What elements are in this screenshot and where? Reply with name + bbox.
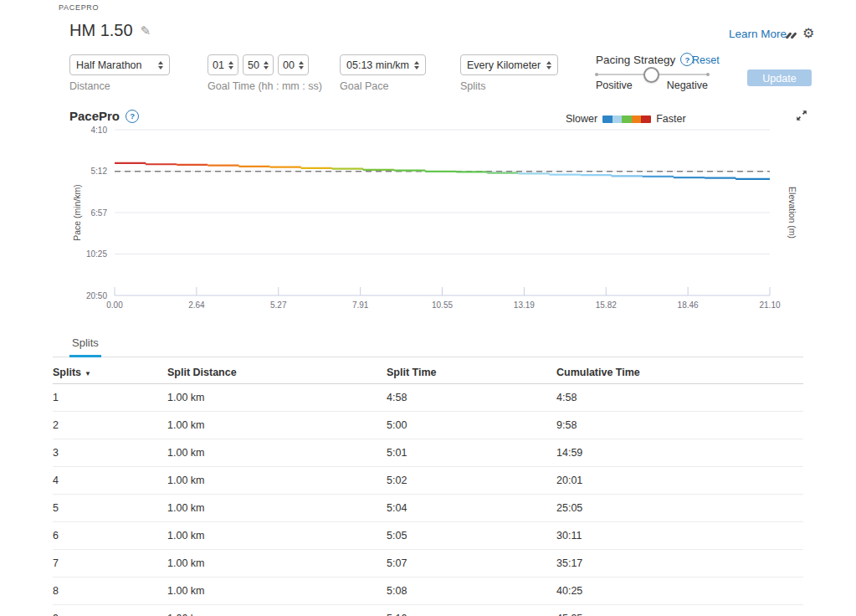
tab-splits[interactable]: Splits <box>69 330 101 357</box>
svg-text:10.55: 10.55 <box>432 300 453 310</box>
select-caret-icon <box>414 61 419 69</box>
split-number-cell: 5 <box>53 502 167 514</box>
breadcrumb: PACEPRO <box>59 3 99 12</box>
cumulative-time-cell: 45:35 <box>556 613 803 616</box>
tab-bar: Splits <box>53 330 803 357</box>
distance-value: Half Marathon <box>76 59 142 71</box>
split-time-cell: 5:01 <box>387 447 556 459</box>
split-time-cell: 5:07 <box>387 557 556 569</box>
table-row: 41.00 km5:0220:01 <box>53 467 803 495</box>
edit-title-icon[interactable]: ✎ <box>141 23 151 38</box>
slider-left-dot <box>595 73 598 76</box>
split-distance-cell: 1.00 km <box>167 447 387 459</box>
split-number-cell: 9 <box>53 613 167 616</box>
svg-text:5.27: 5.27 <box>270 300 287 310</box>
split-time-cell: 5:04 <box>387 502 556 514</box>
sort-desc-icon: ▼ <box>85 370 91 377</box>
cumulative-time-cell: 40:25 <box>556 585 803 597</box>
svg-text:21.10: 21.10 <box>759 300 780 310</box>
split-number-cell: 1 <box>53 392 167 403</box>
distance-label: Distance <box>69 80 110 92</box>
split-distance-cell: 1.00 km <box>167 613 387 616</box>
splits-label: Splits <box>460 80 486 92</box>
svg-text:2.64: 2.64 <box>188 300 205 310</box>
negative-label: Negative <box>667 80 708 91</box>
table-row: 61.00 km5:0530:11 <box>53 522 803 550</box>
learn-more-link[interactable]: Learn More <box>729 28 787 40</box>
splits-table-body: 11.00 km4:584:5821.00 km5:009:5831.00 km… <box>53 384 803 616</box>
splits-table: Splits▼ Split Distance Split Time Cumula… <box>53 362 803 616</box>
cumulative-time-cell: 30:11 <box>556 530 803 542</box>
goal-pace-select[interactable]: 05:13 min/km <box>340 54 426 75</box>
reset-link[interactable]: Reset <box>692 54 720 66</box>
splits-value: Every Kilometer <box>467 59 541 71</box>
settings-gear-icon[interactable]: ⚙ <box>802 25 814 41</box>
table-row: 11.00 km4:584:58 <box>53 384 803 412</box>
split-number-cell: 8 <box>53 585 167 597</box>
svg-text:7.91: 7.91 <box>352 300 369 310</box>
table-row: 31.00 km5:0114:59 <box>53 439 803 467</box>
split-distance-cell: 1.00 km <box>167 557 387 569</box>
split-time-cell: 5:05 <box>387 530 556 542</box>
split-distance-cell: 1.00 km <box>167 475 387 486</box>
cumulative-time-cell: 25:05 <box>556 502 803 514</box>
goal-pace-label: Goal Pace <box>340 80 388 92</box>
svg-text:15.82: 15.82 <box>596 300 617 310</box>
split-distance-cell: 1.00 km <box>167 585 387 597</box>
column-header-cumulative-time: Cumulative Time <box>556 367 803 378</box>
pacing-strategy-title: Pacing Strategy ? <box>596 53 694 66</box>
goal-time-seconds-select[interactable]: 00 <box>278 54 309 75</box>
column-header-splits-label: Splits <box>53 367 81 378</box>
svg-text:18.46: 18.46 <box>678 300 699 310</box>
send-to-device-icon[interactable] <box>787 32 795 39</box>
distance-select[interactable]: Half Marathon <box>69 54 170 75</box>
goal-pace-value: 05:13 min/km <box>346 59 409 71</box>
y2-axis-label: Elevation (m) <box>787 187 797 239</box>
select-caret-icon <box>299 61 304 69</box>
goal-time-label: Goal Time (hh : mm : ss) <box>208 80 322 92</box>
select-caret-icon <box>158 61 163 69</box>
table-row: 81.00 km5:0840:25 <box>53 578 803 605</box>
svg-text:6:57: 6:57 <box>91 208 108 218</box>
svg-text:0.00: 0.00 <box>106 300 123 310</box>
split-time-cell: 5:10 <box>387 613 556 616</box>
title-row: HM 1.50 ✎ <box>69 21 151 40</box>
split-time-cell: 4:58 <box>387 392 556 403</box>
goal-time-minutes-value: 50 <box>248 59 259 71</box>
table-row: 71.00 km5:0735:17 <box>53 550 803 578</box>
goal-time-hours-select[interactable]: 01 <box>208 54 238 75</box>
pace-chart: 4:105:126:5710:2520:500.002.645.277.9110… <box>0 121 856 322</box>
pacing-strategy-label: Pacing Strategy <box>596 54 675 66</box>
table-row: 91.00 km5:1045:35 <box>53 605 803 616</box>
split-time-cell: 5:02 <box>387 475 556 486</box>
split-number-cell: 7 <box>53 557 167 569</box>
select-caret-icon <box>264 61 269 69</box>
cumulative-time-cell: 20:01 <box>556 475 803 486</box>
slider-right-dot <box>706 73 710 76</box>
select-caret-icon <box>228 61 233 69</box>
cumulative-time-cell: 35:17 <box>556 557 803 569</box>
svg-text:20:50: 20:50 <box>86 291 107 300</box>
pacing-strategy-slider-thumb[interactable] <box>643 67 659 83</box>
cumulative-time-cell: 9:58 <box>556 419 803 431</box>
splits-select[interactable]: Every Kilometer <box>460 54 558 75</box>
table-row: 21.00 km5:009:58 <box>53 412 803 439</box>
split-number-cell: 3 <box>53 447 167 459</box>
split-time-cell: 5:00 <box>387 419 556 431</box>
select-caret-icon <box>546 61 551 69</box>
svg-text:4:10: 4:10 <box>91 126 108 135</box>
svg-text:10:25: 10:25 <box>86 249 107 259</box>
split-distance-cell: 1.00 km <box>167 530 387 542</box>
update-button[interactable]: Update <box>747 69 812 86</box>
goal-time-hours-value: 01 <box>213 59 224 71</box>
table-row: 51.00 km5:0425:05 <box>53 495 803 522</box>
split-number-cell: 4 <box>53 475 167 486</box>
split-distance-cell: 1.00 km <box>167 392 387 403</box>
column-header-splits[interactable]: Splits▼ <box>53 367 167 378</box>
pacepro-page: PACEPRO HM 1.50 ✎ Learn More ⚙ Half Mara… <box>0 0 856 616</box>
cumulative-time-cell: 14:59 <box>556 447 803 459</box>
split-number-cell: 6 <box>53 530 167 542</box>
column-header-split-time: Split Time <box>387 367 556 378</box>
svg-text:13.19: 13.19 <box>514 300 535 310</box>
goal-time-minutes-select[interactable]: 50 <box>243 54 274 75</box>
